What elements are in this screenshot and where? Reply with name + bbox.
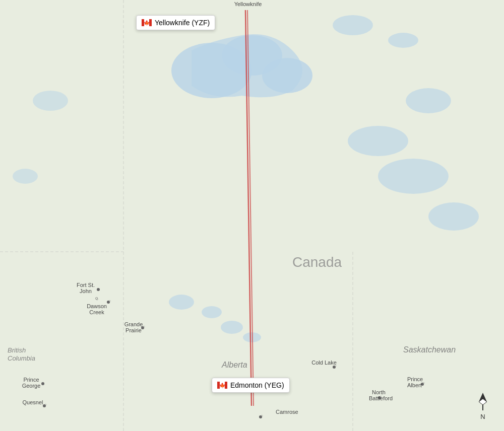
svg-text:○: ○	[422, 381, 425, 385]
svg-text:North: North	[372, 389, 386, 395]
svg-text:Canada: Canada	[292, 254, 342, 270]
svg-point-12	[169, 295, 194, 310]
canada-flag-yellowknife: 🍁	[142, 19, 152, 26]
svg-text:John: John	[80, 288, 92, 294]
svg-text:Prince: Prince	[407, 376, 423, 382]
svg-point-10	[33, 91, 68, 111]
svg-text:Quesnel: Quesnel	[23, 399, 43, 405]
svg-text:Dawson: Dawson	[87, 303, 107, 309]
edmonton-label-text: Edmonton (YEG)	[230, 381, 284, 389]
yellowknife-airport-label: 🍁 Yellowknife (YZF)	[136, 15, 215, 30]
yellowknife-label-text: Yellowknife (YZF)	[155, 19, 210, 27]
svg-text:Saskatchewan: Saskatchewan	[403, 345, 456, 354]
svg-text:George: George	[22, 383, 41, 389]
svg-text:○: ○	[44, 402, 47, 407]
map-svg: Canada Alberta Saskatchewan British Colu…	[0, 0, 504, 431]
svg-point-6	[406, 88, 451, 113]
svg-text:Prince: Prince	[23, 377, 39, 383]
svg-text:Albert: Albert	[407, 382, 422, 388]
svg-point-13	[202, 306, 222, 318]
svg-text:Grande: Grande	[124, 321, 143, 327]
svg-text:Alberta: Alberta	[221, 361, 247, 369]
svg-text:○: ○	[380, 394, 382, 399]
svg-text:Columbia: Columbia	[8, 354, 35, 362]
svg-point-8	[378, 159, 449, 194]
map-container: Canada Alberta Saskatchewan British Colu…	[0, 0, 504, 431]
svg-text:○: ○	[96, 297, 98, 302]
svg-text:○: ○	[261, 413, 263, 418]
svg-text:Fort St.: Fort St.	[77, 282, 95, 288]
canada-flag-edmonton: 🍁	[217, 382, 227, 389]
svg-text:Yellowknife: Yellowknife	[234, 1, 262, 7]
svg-point-9	[428, 202, 479, 231]
svg-text:Prairie: Prairie	[125, 327, 142, 333]
svg-text:N: N	[480, 413, 485, 420]
svg-text:○: ○	[108, 299, 111, 303]
svg-text:Creek: Creek	[89, 309, 104, 315]
svg-point-14	[221, 321, 243, 334]
svg-text:British: British	[8, 346, 26, 354]
svg-point-29	[41, 382, 44, 385]
svg-text:Cold Lake: Cold Lake	[311, 360, 337, 366]
svg-point-26	[97, 288, 100, 291]
svg-point-7	[348, 126, 408, 156]
svg-point-11	[13, 169, 38, 184]
svg-text:○: ○	[143, 324, 145, 329]
svg-text:○: ○	[334, 364, 337, 368]
edmonton-airport-label: 🍁 Edmonton (YEG)	[212, 378, 290, 393]
svg-point-5	[388, 33, 418, 48]
svg-point-4	[333, 15, 373, 35]
svg-text:Camrose: Camrose	[276, 409, 298, 415]
